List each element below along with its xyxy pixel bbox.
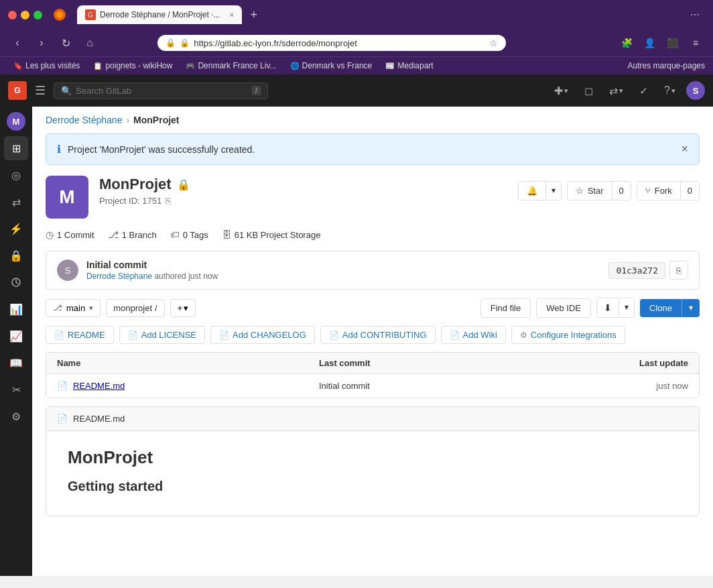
topnav-actions: ✚ ▾ ◻ ⇄ ▾ ✓ ? ▾ S: [549, 81, 705, 100]
tab-close-button[interactable]: ×: [229, 11, 233, 19]
window-minimize-button[interactable]: [21, 11, 29, 19]
sidebar-project-avatar[interactable]: M: [7, 112, 25, 131]
commits-stat[interactable]: ◷ 1 Commit: [46, 229, 94, 240]
todo-button[interactable]: ✓: [634, 82, 653, 100]
bookmark-poignets[interactable]: 📋 poignets - wikiHow: [88, 60, 178, 72]
file-name-link[interactable]: README.md: [73, 381, 125, 391]
address-bar[interactable]: 🔒 🔒 ☆: [157, 35, 506, 51]
fork-button[interactable]: ⑂ Fork 0: [637, 181, 700, 200]
extension-button-2[interactable]: ⬛: [663, 34, 682, 52]
fork-label: Fork: [655, 186, 672, 196]
extensions-button[interactable]: 🧩: [618, 34, 637, 52]
url-input[interactable]: [194, 38, 485, 48]
sidebar-item-settings[interactable]: ⚙: [4, 404, 28, 428]
find-file-button[interactable]: Find file: [480, 298, 531, 318]
hamburger-menu-button[interactable]: ☰: [32, 80, 48, 101]
profile-button[interactable]: 👤: [641, 34, 659, 52]
fork-main[interactable]: ⑂ Fork: [637, 182, 680, 200]
bookmark-icon-poignets: 📋: [93, 62, 103, 70]
branches-stat[interactable]: ⎇ 1 Branch: [108, 229, 157, 240]
copy-commit-hash-button[interactable]: ⎘: [669, 261, 688, 280]
bookmark-les-plus-visites[interactable]: 🔖 Les plus visités: [8, 60, 85, 72]
merge-requests-button[interactable]: ⇄ ▾: [604, 82, 629, 100]
sidebar-item-issues[interactable]: ◎: [4, 163, 28, 187]
bookmark-star-icon[interactable]: ☆: [489, 38, 498, 48]
home-button[interactable]: ⌂: [80, 34, 99, 52]
commit-hash-code[interactable]: 01c3a272: [608, 262, 665, 279]
sidebar-item-security[interactable]: 🔒: [4, 243, 28, 268]
download-button[interactable]: ⬇ ▾: [596, 298, 635, 318]
copy-project-id-button[interactable]: ⎘: [166, 196, 171, 206]
banner-close-button[interactable]: ×: [681, 142, 688, 156]
add-wiki-button[interactable]: 📄 Add Wiki: [441, 326, 506, 344]
download-chevron-icon[interactable]: ▾: [619, 298, 634, 317]
sidebar-item-overview[interactable]: ⊞: [4, 136, 28, 160]
add-license-button[interactable]: 📄 Add LICENSE: [119, 326, 205, 344]
project-name-row: MonProjet 🔒: [99, 176, 507, 193]
issues-button[interactable]: ◻: [579, 82, 598, 100]
readme-shortcut-button[interactable]: 📄 README: [46, 326, 114, 344]
add-file-button[interactable]: + ▾: [170, 299, 196, 317]
notification-dropdown[interactable]: ▾: [545, 182, 561, 200]
window-maximize-button[interactable]: [34, 11, 42, 19]
clone-main-button[interactable]: Clone: [640, 299, 682, 317]
menu-button[interactable]: ≡: [686, 34, 705, 52]
tags-stat[interactable]: 🏷 0 Tags: [170, 229, 208, 240]
bookmarks-more-button[interactable]: Autres marque-pages: [628, 61, 705, 70]
create-new-button[interactable]: ✚ ▾: [549, 82, 574, 100]
web-ide-button[interactable]: Web IDE: [536, 298, 591, 318]
user-avatar-button[interactable]: S: [686, 81, 705, 100]
sidebar-item-snippets[interactable]: ✂: [4, 377, 28, 402]
browser-titlebar: G Derrode Stéphane / MonProjet ·... × + …: [0, 0, 713, 30]
bookmark-denmark-vs-france[interactable]: 🌐 Denmark vs France: [285, 60, 378, 72]
back-button[interactable]: ‹: [8, 34, 27, 52]
readme-section: 📄 README.md MonProjet Getting started: [46, 406, 700, 516]
add-changelog-button[interactable]: 📄 Add CHANGELOG: [210, 326, 315, 344]
configure-integrations-icon: ⚙: [520, 331, 527, 340]
bookmark-denmark-france-live[interactable]: 🎮 Denmark France Liv...: [180, 60, 281, 72]
window-close-button[interactable]: [8, 11, 17, 19]
sidebar-item-analytics[interactable]: 📈: [4, 324, 28, 348]
bookmark-label-mediapart: Mediapart: [397, 61, 433, 70]
commit-author-link[interactable]: Derrode Stéphane: [86, 272, 152, 281]
sidebar-item-merge-requests[interactable]: ⇄: [4, 190, 28, 214]
sidebar-item-deployments[interactable]: [4, 270, 28, 294]
bookmark-mediapart[interactable]: 📰 Mediapart: [380, 60, 438, 72]
sidebar-item-wiki[interactable]: 📖: [4, 351, 28, 375]
notification-button[interactable]: 🔔 ▾: [518, 181, 562, 200]
readme-shortcut-label: README: [68, 330, 105, 340]
download-icon[interactable]: ⬇: [597, 298, 619, 317]
configure-integrations-button[interactable]: ⚙ Configure Integrations: [511, 326, 625, 344]
refresh-button[interactable]: ↻: [56, 34, 75, 52]
star-button[interactable]: ☆ Star 0: [567, 181, 631, 200]
clone-button[interactable]: Clone ▾: [640, 299, 700, 317]
tags-count: 0 Tags: [183, 230, 208, 240]
column-last-commit: Last commit: [319, 358, 581, 368]
bookmark-label-denmark-vs-france: Denmark vs France: [302, 61, 373, 70]
project-id-label: Project ID: 1751: [99, 196, 161, 206]
toolbar-actions: 🧩 👤 ⬛ ≡: [618, 34, 705, 52]
help-button[interactable]: ? ▾: [659, 82, 681, 99]
breadcrumb-parent-link[interactable]: Derrode Stéphane: [46, 115, 122, 125]
clone-dropdown-button[interactable]: ▾: [682, 299, 700, 317]
branch-selector[interactable]: ⎇ main ▾: [46, 299, 101, 317]
fork-icon: ⑂: [645, 186, 651, 196]
gitlab-logo[interactable]: G: [8, 81, 27, 100]
info-icon: ℹ: [57, 143, 61, 156]
add-contributing-button[interactable]: 📄 Add CONTRIBUTING: [320, 326, 436, 344]
commits-icon: ◷: [46, 229, 54, 240]
gitlab-search-bar[interactable]: 🔍 /: [54, 82, 268, 99]
active-tab[interactable]: G Derrode Stéphane / MonProjet ·... ×: [77, 5, 242, 24]
add-wiki-label: Add Wiki: [463, 330, 497, 340]
sidebar-item-monitor[interactable]: 📊: [4, 297, 28, 321]
gitlab-search-input[interactable]: [76, 86, 248, 96]
notification-main[interactable]: 🔔: [519, 182, 545, 200]
forward-button[interactable]: ›: [32, 34, 51, 52]
star-main[interactable]: ☆ Star: [568, 182, 612, 200]
window-menu-button[interactable]: ⋯: [685, 7, 705, 23]
sidebar-item-cicd[interactable]: ⚡: [4, 217, 28, 241]
file-table-header: Name Last commit Last update: [46, 353, 699, 374]
storage-icon: 🗄: [222, 229, 231, 240]
new-tab-button[interactable]: +: [245, 5, 263, 24]
browser-icon: [53, 8, 66, 21]
